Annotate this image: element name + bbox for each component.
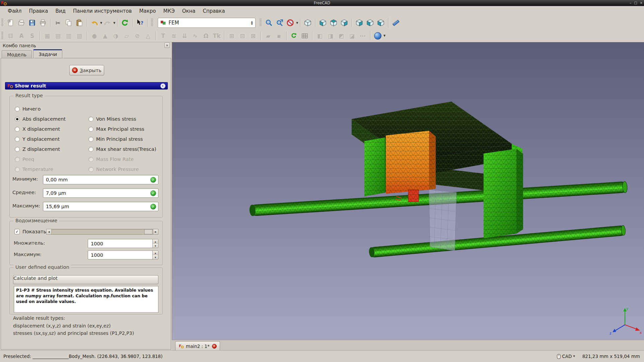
toolbar-grip[interactable] (260, 19, 262, 27)
slider-left-arrow-icon[interactable]: ◀ (47, 229, 52, 234)
view-left-button[interactable] (375, 17, 386, 28)
fem-examples-button[interactable]: ⋯ (357, 31, 368, 41)
view-front-button[interactable] (317, 17, 328, 28)
clipping-plane-z-button[interactable]: ◩ (336, 31, 347, 41)
undo-button[interactable] (89, 17, 100, 28)
radio-col1-0[interactable] (15, 107, 20, 112)
whats-this-button[interactable]: ? (135, 17, 145, 28)
fem-constraint-fixed-button[interactable]: ● (89, 31, 100, 41)
spinbox-1[interactable]: 1000 ▲▼ (88, 250, 158, 259)
menu-item-1[interactable]: Правка (25, 7, 52, 15)
refresh-button[interactable] (120, 17, 130, 28)
paste-button[interactable] (74, 17, 85, 28)
redo-dropdown-icon[interactable]: ▼ (113, 21, 115, 24)
section-plane[interactable] (429, 190, 456, 251)
menu-item-0[interactable]: Файл (4, 7, 25, 15)
stat-field-1[interactable]: 7,09 µm✓ (43, 188, 158, 198)
fem-mesh-region-button[interactable]: ▤ (53, 31, 63, 41)
fem-mesh-group-button[interactable]: ▥ (63, 31, 74, 41)
fem-spring-button[interactable]: ⊟ (237, 31, 248, 41)
draw-style-button[interactable] (285, 17, 296, 28)
draw-style-dropdown-icon[interactable]: ▼ (296, 21, 298, 24)
workbench-spinner-icon[interactable]: ▲▼ (249, 21, 255, 25)
spinbox-arrows-icon[interactable]: ▲▼ (152, 251, 158, 259)
result-filter-button[interactable]: ▪ (274, 31, 284, 41)
clipping-remove-button[interactable]: ◪ (347, 31, 357, 41)
panel-close-icon[interactable]: ✕ (164, 43, 170, 48)
copy-button[interactable] (63, 17, 74, 28)
slider-thumb[interactable] (144, 229, 152, 234)
menu-item-4[interactable]: Макро (136, 7, 160, 15)
workbench-selector[interactable]: FEM ▲▼ (158, 18, 256, 28)
panel-tab-1[interactable]: Задачи (33, 49, 62, 58)
radio-col1-4[interactable] (15, 147, 20, 152)
fem-constraint-plane-rotation-button[interactable]: ⊘ (132, 31, 143, 41)
radio-col1-3[interactable] (15, 137, 20, 142)
radio-col2-1[interactable] (88, 127, 93, 132)
radio-col2-0[interactable] (88, 117, 93, 122)
result-pipeline-button[interactable]: ▰ (263, 31, 274, 41)
fem-analysis-button[interactable]: A (16, 31, 27, 41)
stat-field-0[interactable]: 0,00 mm✓ (43, 175, 158, 184)
panel-tab-0[interactable]: Модель (2, 50, 32, 58)
clipping-plane-y-button[interactable]: ◨ (325, 31, 336, 41)
close-button[interactable]: × (640, 0, 643, 6)
show-result-header[interactable]: F Show result « (5, 82, 168, 89)
fem-constraint-temperature-button[interactable]: T (158, 31, 168, 41)
radio-col2-4[interactable] (88, 157, 93, 162)
navigation-style-selector[interactable]: CAD ▼ (557, 354, 575, 359)
view-right-button[interactable] (339, 17, 350, 28)
menu-item-5[interactable]: МКЭ (160, 7, 178, 15)
appearance-sphere-button[interactable] (372, 31, 383, 41)
fem-mesh-from-shape-button[interactable]: ▦ (42, 31, 53, 41)
view-rear-button[interactable] (354, 17, 365, 28)
right-post-mesh[interactable] (484, 149, 523, 238)
radio-col1-2[interactable] (15, 127, 20, 132)
document-save-button[interactable] (27, 17, 38, 28)
fem-material-button[interactable]: ⚅ (5, 31, 16, 41)
minimize-button[interactable]: – (630, 0, 631, 6)
close-task-button[interactable]: ✕ Закрыть (69, 65, 104, 75)
redo-button[interactable] (102, 17, 113, 28)
spinbox-0[interactable]: 1000 ▲▼ (88, 239, 158, 248)
solve-calculix-button[interactable] (289, 31, 299, 41)
fem-equation-electrostatic-button[interactable]: Ω (201, 31, 211, 41)
view-zoom-selection-button[interactable] (274, 17, 285, 28)
menu-item-2[interactable]: Вид (52, 7, 69, 15)
appearance-sphere-dropdown-icon[interactable]: ▼ (383, 34, 385, 37)
radio-col2-5[interactable] (88, 167, 93, 172)
collapse-task-icon[interactable]: « (160, 83, 165, 88)
document-tab-close-icon[interactable]: ✕ (212, 344, 217, 349)
radio-col1-1[interactable] (15, 117, 20, 122)
clipping-plane-x-button[interactable]: ◧ (314, 31, 325, 41)
document-open-button[interactable] (16, 17, 27, 28)
toolbar-grip[interactable] (1, 32, 3, 40)
toolbar-grip[interactable] (151, 19, 153, 27)
equation-textarea[interactable]: P1-P3 # Stress intensity stress equation… (14, 286, 158, 313)
maximize-button[interactable]: □ (634, 0, 637, 6)
view-isometric-button[interactable] (302, 17, 313, 28)
displacement-slider[interactable]: ◀ ▶ (46, 229, 158, 235)
toolbar-grip[interactable] (1, 19, 3, 27)
fem-constraint-transform-button[interactable]: △ (143, 31, 153, 41)
fem-constraint-pressure-button[interactable]: ◑ (111, 31, 121, 41)
fem-constraint-displacement-button[interactable]: ▱ (121, 31, 132, 41)
fem-constraint-heatflux-button[interactable]: ≋ (168, 31, 179, 41)
show-checkbox[interactable]: ✓ (14, 229, 20, 234)
view-fit-all-button[interactable] (264, 17, 274, 28)
fem-constraint-force-button[interactable]: ▲ (100, 31, 111, 41)
view-bottom-button[interactable] (365, 17, 375, 28)
fem-node-set-button[interactable]: ⊠ (248, 31, 259, 41)
stat-field-2[interactable]: 15,69 µm✓ (43, 202, 158, 211)
fem-mesh-boundary-layer-button[interactable]: ▧ (74, 31, 85, 41)
calculate-and-plot-button[interactable]: Calculate and plot (13, 275, 158, 284)
measure-distance-button[interactable] (390, 17, 401, 28)
view-top-button[interactable] (328, 17, 339, 28)
document-tab[interactable]: F main2 : 1* ✕ (175, 341, 220, 351)
menu-item-3[interactable]: Панели инструментов (69, 7, 136, 15)
menu-item-6[interactable]: Окна (178, 7, 199, 15)
slider-right-arrow-icon[interactable]: ▶ (153, 229, 158, 234)
document-print-button[interactable] (38, 17, 48, 28)
fem-contact-button[interactable]: ⊞ (226, 31, 237, 41)
fem-constraint-gravity-button[interactable]: ⇊ (179, 31, 190, 41)
